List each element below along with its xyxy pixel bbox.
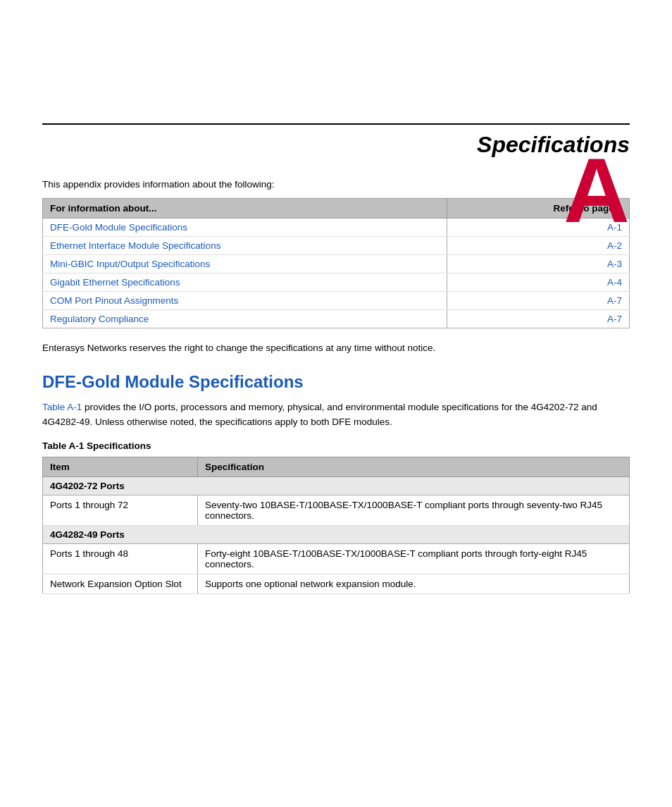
spec-item: Ports 1 through 48 [43,543,198,574]
dfe-body-text: Table A-1 provides the I/O ports, proces… [42,400,630,429]
table-row: Ports 1 through 48Forty-eight 10BASE-T/1… [43,543,630,574]
nav-item-page: A-3 [447,255,630,273]
nav-item-page: A-4 [447,273,630,292]
table-a1-link[interactable]: Table A-1 [42,402,82,412]
intro-text: This appendix provides information about… [42,179,630,190]
spec-table: Item Specification 4G4202-72 PortsPorts … [42,457,630,594]
nav-item-label: Mini-GBIC Input/Output Specifications [43,255,447,273]
main-content: This appendix provides information about… [42,158,630,594]
list-item: DFE-Gold Module SpecificationsA-1 [43,218,630,237]
spec-table-col2-header: Specification [198,457,630,476]
appendix-letter: A [564,144,630,236]
list-item: Regulatory ComplianceA-7 [43,310,630,328]
spec-table-col1-header: Item [43,457,198,476]
spec-item: Network Expansion Option Slot [43,574,198,593]
spec-item: Ports 1 through 72 [43,495,198,525]
nav-item-page: A-7 [447,292,630,310]
table-row: Ports 1 through 72Seventy-two 10BASE-T/1… [43,495,630,525]
spec-section-label: 4G4202-72 Ports [43,476,630,495]
nav-item-label: Gigabit Ethernet Specifications [43,273,447,292]
nav-table: For information about... Refer to page..… [42,198,630,328]
nav-item-link[interactable]: Mini-GBIC Input/Output Specifications [50,259,210,269]
spec-value: Seventy-two 10BASE-T/100BASE-TX/1000BASE… [198,495,630,525]
nav-table-col1-header: For information about... [43,199,447,218]
nav-item-link[interactable]: Ethernet Interface Module Specifications [50,240,220,251]
page: A Specifications This appendix provides … [0,123,672,807]
list-item: Mini-GBIC Input/Output SpecificationsA-3 [43,255,630,273]
spec-value: Forty-eight 10BASE-T/100BASE-TX/1000BASE… [198,543,630,574]
table-label: Table A-1 Specifications [42,441,630,451]
dfe-body-text-rest: provides the I/O ports, processors and m… [42,402,597,426]
nav-item-link[interactable]: Gigabit Ethernet Specifications [50,277,180,288]
spec-section-row: 4G4202-72 Ports [43,476,630,495]
nav-item-label: Ethernet Interface Module Specifications [43,237,447,255]
spec-section-label: 4G4282-49 Ports [43,525,630,543]
nav-item-page: A-7 [447,310,630,328]
spec-value: Supports one optional network expansion … [198,574,630,593]
table-row: Network Expansion Option SlotSupports on… [43,574,630,593]
nav-item-label: COM Port Pinout Assignments [43,292,447,310]
list-item: Gigabit Ethernet SpecificationsA-4 [43,273,630,292]
nav-item-link[interactable]: COM Port Pinout Assignments [50,295,178,306]
nav-item-link[interactable]: Regulatory Compliance [50,314,149,324]
nav-item-label: Regulatory Compliance [43,310,447,328]
list-item: Ethernet Interface Module Specifications… [43,237,630,255]
notice-text: Enterasys Networks reserves the right to… [42,341,630,355]
nav-item-link[interactable]: DFE-Gold Module Specifications [50,222,187,233]
dfe-section-heading: DFE-Gold Module Specifications [42,372,630,392]
nav-item-label: DFE-Gold Module Specifications [43,218,447,237]
spec-section-row: 4G4282-49 Ports [43,525,630,543]
list-item: COM Port Pinout AssignmentsA-7 [43,292,630,310]
